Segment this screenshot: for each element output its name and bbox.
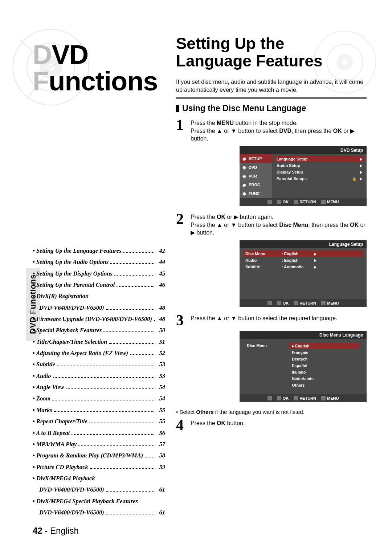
title-unctions: unctions <box>49 66 158 96</box>
toc-entry: • Setting Up the Audio Options44 <box>33 256 165 268</box>
divider <box>176 97 367 99</box>
osd-right-list: Language SetupAudio SetupDisplay SetupPa… <box>272 154 367 198</box>
toc-page: 59 <box>156 461 165 473</box>
menu-hint: MENU <box>321 396 339 400</box>
toc-label: • Setting Up the Language Features <box>33 245 122 256</box>
osd-list-row[interactable]: Audio: English <box>243 257 363 264</box>
toc-label: • Adjusting the Aspect Ratio (EZ View) <box>33 347 128 359</box>
osd-menu-item[interactable]: ◉FUNC <box>240 189 272 198</box>
menu-icon: ◉ <box>242 191 247 196</box>
osd-language-option[interactable]: Italiano <box>289 369 359 375</box>
toc-page: 52 <box>156 347 165 359</box>
toc-label: • Zoom <box>33 393 50 404</box>
osd-language-option[interactable]: Nederlands <box>289 375 359 382</box>
toc-dots <box>106 309 154 310</box>
toc-page: 56 <box>156 427 165 439</box>
toc-page: 50 <box>156 325 165 336</box>
menu-label: FUNC <box>249 191 260 196</box>
toc-entry: • Zoom54 <box>33 393 165 404</box>
toc-label: • Program & Random Play (CD/MP3/WMA) <box>33 450 143 461</box>
toc-entry: • DivX/MPEG4 Special Playback Features <box>33 496 165 507</box>
toc-label: • Firmware Upgrade (DVD-V6400/DVD-V6500) <box>33 313 152 325</box>
menu-hint: MENU <box>321 301 339 305</box>
osd-menu-item[interactable]: ◉VCR <box>240 172 272 180</box>
toc-entry-sub: DVD-V6400/DVD-V6500)61 <box>33 484 165 495</box>
ok-hint: OK <box>277 301 289 305</box>
toc-label: • Marks <box>33 404 52 416</box>
osd-language-option[interactable]: English <box>289 343 359 349</box>
step-number: 4 <box>176 419 187 432</box>
step-number: 2 <box>176 212 187 237</box>
nav-icon <box>268 396 272 400</box>
osd-menu-item[interactable]: ◉SETUP <box>240 154 272 163</box>
page-number: 42 <box>33 526 42 535</box>
osd-list-row[interactable]: Parental Setup :🔒 <box>274 175 364 182</box>
toc-dots <box>106 491 154 492</box>
language-label: Nederlands <box>292 376 314 381</box>
osd-language-option[interactable]: Español <box>289 362 359 369</box>
toc-dots <box>90 468 154 469</box>
menu-icon: ◉ <box>242 156 247 161</box>
language-label: Español <box>292 363 307 368</box>
step-number: 3 <box>176 314 187 327</box>
toc-page: 45 <box>156 268 165 279</box>
toc-entry-sub: DVD-V6400/DVD-V6500)48 <box>33 302 165 313</box>
toc-entry: • Repeat Chapter/Title55 <box>33 416 165 427</box>
toc-dots <box>53 377 154 378</box>
lock-icon: 🔒 <box>352 177 356 181</box>
osd-list-row[interactable]: Display Setup <box>274 169 364 175</box>
step-4: 4 Press the OK button. <box>176 419 367 432</box>
toc-entry: • Marks55 <box>33 404 165 416</box>
menu-label: VCR <box>249 174 257 178</box>
toc-entry: • Special Playback Features50 <box>33 325 165 336</box>
toc-label: • Setting Up the Parental Control <box>33 279 115 290</box>
toc-dots <box>110 263 154 264</box>
toc-page: 57 <box>156 439 165 450</box>
toc-entry: • Setting Up the Display Options45 <box>33 268 165 279</box>
toc-label: • DivX/MPEG4 Playback <box>33 473 95 484</box>
chevron-right-icon <box>356 170 362 174</box>
toc-dots <box>123 252 154 253</box>
svg-point-10 <box>342 59 348 65</box>
chevron-right-icon <box>356 176 362 181</box>
toc-page: 54 <box>156 393 165 404</box>
chevron-right-icon <box>311 258 317 262</box>
toc-dots <box>130 354 154 355</box>
osd-list-row[interactable]: Audio Setup <box>274 162 364 169</box>
nav-icon <box>268 301 272 305</box>
toc-dots <box>114 275 154 276</box>
page: DVD Functions DVD Functions • Sett <box>0 0 392 554</box>
osd-language-option[interactable]: Others <box>289 382 359 388</box>
toc-page: 58 <box>156 450 165 461</box>
osd-list-row[interactable]: Disc Menu: English <box>243 250 363 257</box>
title-vd: VD <box>52 40 88 70</box>
toc-dots <box>54 411 154 412</box>
ok-hint: OK <box>277 200 289 204</box>
menu-label: DVD <box>249 165 257 170</box>
chevron-right-icon <box>311 252 317 256</box>
osd-language-option[interactable]: Français <box>289 349 359 356</box>
right-column: Setting Up the Language Features If you … <box>176 29 367 532</box>
menu-icon: ◉ <box>242 174 247 179</box>
chevron-right-icon <box>356 157 362 161</box>
language-label: Italiano <box>292 370 306 374</box>
step-text: Press the OK or ▶ button again. Press th… <box>191 212 367 237</box>
article-title-line2: Language Features <box>176 52 322 70</box>
osd-footer: OK RETURN MENU <box>240 299 367 307</box>
osd-menu-item[interactable]: ◉PROG <box>240 180 272 189</box>
toc-dots <box>52 400 154 400</box>
toc-label: • Title/Chapter/Time Selection <box>33 336 107 347</box>
osd-list-row[interactable]: Language Setup <box>274 156 364 162</box>
footer-lang: English <box>50 526 79 535</box>
columns: DVD Functions • Setting Up the Language … <box>33 29 367 532</box>
toc-entry: • Setting Up the Language Features42 <box>33 245 165 256</box>
toc-dots <box>66 388 154 389</box>
osd-language-option[interactable]: Deutsch <box>289 356 359 362</box>
toc-entry: • Setting Up the Parental Control46 <box>33 279 165 290</box>
toc-page: 53 <box>156 370 165 382</box>
dvd-functions-heading: DVD Functions <box>33 42 165 94</box>
osd-list-row[interactable]: Subtitle: Automatic <box>243 264 363 270</box>
osd-menu-item[interactable]: ◉DVD <box>240 163 272 172</box>
article-title-line1: Setting Up the <box>176 34 284 52</box>
ok-hint: OK <box>277 396 289 400</box>
